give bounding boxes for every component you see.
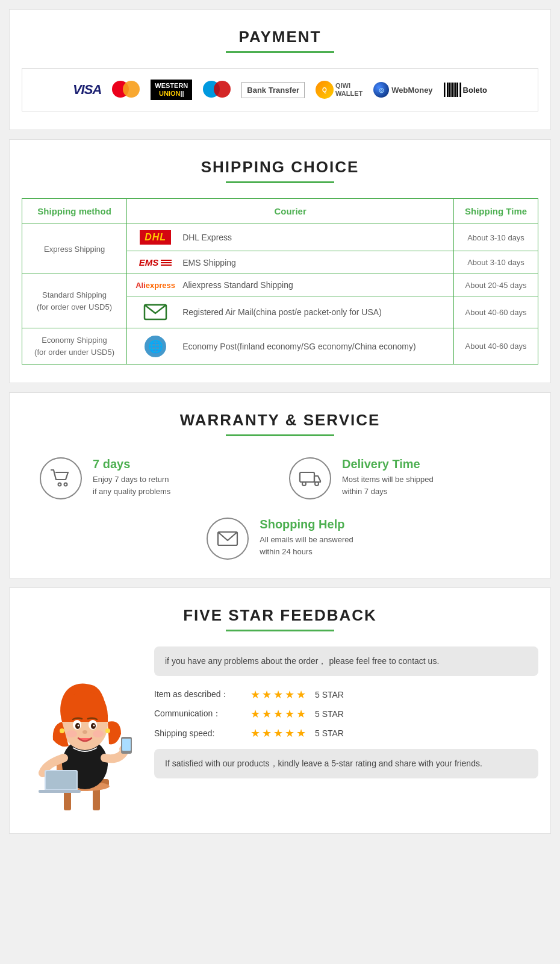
- shipping-section: SHIPPING CHOICE Shipping method Courier …: [9, 139, 551, 383]
- stars-communication: ★ ★ ★ ★ ★: [250, 707, 306, 721]
- shopping-text: All emails will be answeredwithin 24 hou…: [260, 534, 353, 557]
- col-time: Shipping Time: [454, 199, 538, 224]
- visa-logo: VISA: [73, 82, 101, 98]
- feedback-note: If satisfied with our products，kindly le…: [154, 749, 538, 778]
- bank-transfer-logo: Bank Transfer: [241, 82, 305, 98]
- economy-shipping-cell: Economy Shipping(for order under USD5): [22, 328, 127, 365]
- return-warranty-content: 7 days Enjoy 7 days to returnif any qual…: [93, 457, 170, 497]
- svg-point-30: [105, 728, 110, 733]
- delivery-text: Most items will be shippedwithin 7 days: [342, 474, 434, 497]
- un-logo: 🌐: [134, 336, 176, 357]
- shopping-highlight: Shopping Help: [260, 518, 353, 531]
- dhl-courier-cell: DHL DHL Express: [127, 224, 454, 251]
- svg-rect-15: [122, 739, 131, 751]
- payment-logos-container: VISA WESTERN UNION|| Bank Transfer: [22, 68, 538, 111]
- feedback-underline: [226, 630, 334, 631]
- delivery-warranty-content: Delivery Time Most items will be shipped…: [342, 457, 434, 497]
- feedback-body: if you have any problems about the order…: [22, 646, 538, 815]
- ems-time: About 3-10 days: [454, 251, 538, 274]
- ems-courier-cell: EMS EMS Shipping: [127, 251, 454, 274]
- payment-section: PAYMENT VISA WESTERN UNION||: [9, 9, 551, 130]
- svg-rect-3: [300, 472, 314, 482]
- svg-point-1: [58, 483, 61, 486]
- warranty-bottom: Shopping Help All emails will be answere…: [22, 518, 538, 560]
- dhl-time: About 3-10 days: [454, 224, 538, 251]
- svg-point-25: [93, 725, 95, 727]
- airmail-logo: [134, 302, 176, 322]
- rating-label-described: Item as described：: [154, 689, 244, 700]
- rating-row-communication: Communication： ★ ★ ★ ★ ★ 5 STAR: [154, 707, 538, 721]
- payment-underline: [226, 51, 334, 53]
- economy-time: About 40-60 days: [454, 328, 538, 365]
- feedback-right: if you have any problems about the order…: [154, 646, 538, 778]
- warranty-underline: [226, 434, 334, 436]
- feedback-section: FIVE STAR FEEDBACK: [9, 587, 551, 834]
- ali-name: Aliexpress Standard Shipping: [182, 280, 293, 290]
- dhl-name: DHL Express: [182, 233, 232, 242]
- shipping-title: SHIPPING CHOICE: [22, 158, 538, 177]
- svg-point-24: [78, 725, 79, 727]
- airmail-time: About 40-60 days: [454, 296, 538, 328]
- svg-point-2: [64, 483, 67, 486]
- barcode-icon: [444, 83, 461, 97]
- warranty-title: WARRANTY & SERVICE: [22, 411, 538, 430]
- boleto-logo: Boleto: [444, 83, 487, 97]
- svg-point-28: [93, 730, 104, 737]
- ali-time: About 20-45 days: [454, 274, 538, 296]
- rating-text-shipping: 5 STAR: [315, 728, 344, 738]
- table-row: Express Shipping DHL DHL Express About 3…: [22, 224, 538, 251]
- western-union-logo: WESTERN UNION||: [151, 80, 192, 100]
- svg-point-29: [60, 728, 64, 733]
- ali-courier-cell: Aliexpress Aliexpress Standard Shipping: [127, 274, 454, 296]
- shipping-underline: [226, 181, 334, 183]
- svg-point-4: [302, 482, 306, 486]
- qiwi-logo: Q QIWIWALLET: [316, 81, 362, 99]
- svg-point-26: [82, 730, 87, 734]
- col-method: Shipping method: [22, 199, 127, 224]
- payment-title: PAYMENT: [22, 28, 538, 46]
- rating-label-shipping: Shipping speed:: [154, 728, 244, 738]
- aliexpress-logo: Aliexpress: [134, 281, 176, 290]
- feedback-title: FIVE STAR FEEDBACK: [22, 606, 538, 625]
- stars-shipping: ★ ★ ★ ★ ★: [250, 727, 306, 740]
- cart-icon: [40, 457, 82, 499]
- economy-courier-cell: 🌐 Economy Post(finland economy/SG econom…: [127, 328, 454, 365]
- speech-bubble: if you have any problems about the order…: [154, 646, 538, 676]
- svg-point-27: [66, 730, 77, 737]
- mascot-figure: [22, 646, 142, 815]
- airmail-courier-cell: Registered Air Mail(china post/e packet-…: [127, 296, 454, 328]
- rating-text-described: 5 STAR: [315, 690, 344, 700]
- return-highlight: 7 days: [93, 457, 170, 471]
- rating-row-shipping: Shipping speed: ★ ★ ★ ★ ★ 5 STAR: [154, 727, 538, 740]
- return-text: Enjoy 7 days to returnif any quality pro…: [93, 474, 170, 497]
- rating-label-communication: Communication：: [154, 709, 244, 719]
- rating-row-described: Item as described： ★ ★ ★ ★ ★ 5 STAR: [154, 688, 538, 701]
- ems-logo: EMS: [134, 257, 176, 268]
- maestro-logo: [203, 81, 231, 99]
- warranty-grid: 7 days Enjoy 7 days to returnif any qual…: [22, 451, 538, 505]
- ems-name: EMS Shipping: [182, 258, 236, 268]
- rating-text-communication: 5 STAR: [315, 709, 344, 719]
- airmail-name: Registered Air Mail(china post/e packet-…: [182, 307, 382, 317]
- warranty-item-return: 7 days Enjoy 7 days to returnif any qual…: [40, 457, 271, 499]
- standard-shipping-cell: Standard Shipping(for order over USD5): [22, 274, 127, 328]
- truck-icon: [289, 457, 331, 499]
- webmoney-logo: ◎ WebMoney: [373, 82, 432, 98]
- shipping-table: Shipping method Courier Shipping Time Ex…: [22, 198, 538, 365]
- svg-rect-18: [39, 790, 81, 793]
- delivery-highlight: Delivery Time: [342, 457, 434, 471]
- warranty-item-delivery: Delivery Time Most items will be shipped…: [289, 457, 520, 499]
- dhl-logo: DHL: [134, 230, 176, 245]
- warranty-item-shopping: Shopping Help All emails will be answere…: [207, 518, 353, 560]
- express-shipping-cell: Express Shipping: [22, 224, 127, 274]
- economy-name: Economy Post(finland economy/SG economy/…: [182, 342, 416, 351]
- mc-orange-circle: [123, 81, 140, 98]
- stars-described: ★ ★ ★ ★ ★: [250, 688, 306, 701]
- warranty-section: WARRANTY & SERVICE 7 days Enjoy 7 days t…: [9, 392, 551, 578]
- col-courier: Courier: [127, 199, 454, 224]
- svg-point-5: [315, 482, 319, 486]
- table-row: Economy Shipping(for order under USD5) 🌐…: [22, 328, 538, 365]
- maestro-red-circle: [214, 81, 231, 98]
- svg-rect-17: [46, 771, 76, 789]
- shopping-warranty-content: Shopping Help All emails will be answere…: [260, 518, 353, 557]
